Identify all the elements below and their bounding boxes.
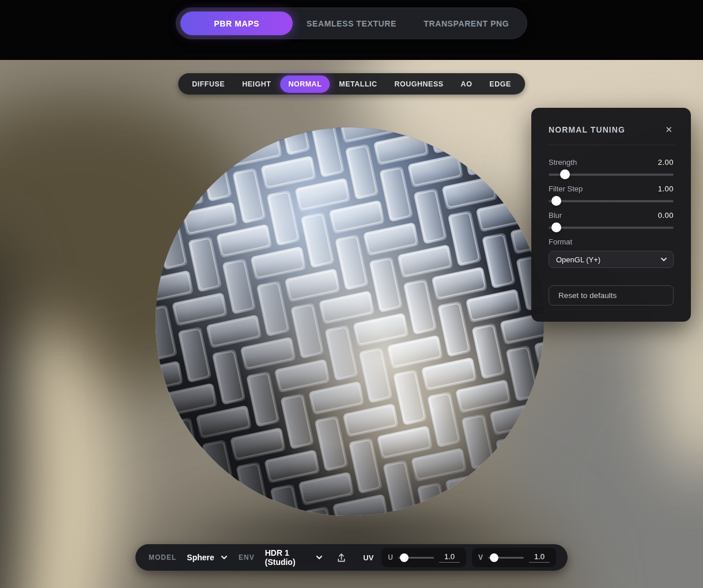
tab-edge[interactable]: EDGE [481,76,519,93]
reset-to-defaults-button[interactable]: Reset to defaults [549,285,674,306]
tab-seamless-texture[interactable]: SEAMLESS TEXTURE [295,12,407,35]
map-type-tabs: DIFFUSE HEIGHT NORMAL METALLIC ROUGHNESS… [178,73,525,95]
blur-control: Blur 0.00 [549,211,674,232]
close-icon[interactable]: ✕ [664,124,674,135]
top-bar: PBR MAPS SEAMLESS TEXTURE TRANSPARENT PN… [0,0,703,60]
tab-pbr-maps[interactable]: PBR MAPS [180,12,293,35]
chevron-down-icon[interactable] [220,553,229,562]
format-label: Format [549,238,674,246]
model-label: MODEL [149,553,176,561]
filter-step-value: 1.00 [658,184,674,193]
upload-hdr-button[interactable] [334,550,349,566]
panel-title: NORMAL TUNING [549,125,625,134]
filter-step-slider[interactable] [549,196,674,206]
strength-label: Strength [549,158,577,167]
upload-icon [336,552,347,563]
tab-height[interactable]: HEIGHT [234,76,279,93]
blur-label: Blur [549,211,562,220]
filter-step-control: Filter Step 1.00 [549,184,674,206]
basket-weave-texture [156,127,544,516]
u-axis-label: U [388,553,393,561]
bottom-control-bar: MODEL Sphere ENV HDR 1 (Studio) UV [135,544,568,571]
v-tiling-slider[interactable] [488,553,524,562]
mode-toggle: PBR MAPS SEAMLESS TEXTURE TRANSPARENT PN… [176,7,527,39]
env-label: ENV [239,553,255,561]
tab-ao[interactable]: AO [453,76,481,93]
env-select[interactable]: HDR 1 (Studio) [265,548,309,567]
uv-label: UV [363,553,373,562]
blur-value: 0.00 [658,211,674,220]
format-select[interactable]: OpenGL (Y+) [549,251,674,268]
u-tiling-slider[interactable] [398,553,434,562]
tab-roughness[interactable]: ROUGHNESS [387,76,452,93]
u-tiling-value-input[interactable] [439,552,460,563]
model-select[interactable]: Sphere [187,553,214,562]
tab-diffuse[interactable]: DIFFUSE [184,76,233,93]
tab-transparent-png[interactable]: TRANSPARENT PNG [410,12,523,35]
tab-normal[interactable]: NORMAL [280,76,330,93]
app-root: PBR MAPS SEAMLESS TEXTURE TRANSPARENT PN… [0,0,703,588]
v-tiling-group: V [472,548,556,567]
viewport-3d[interactable]: DIFFUSE HEIGHT NORMAL METALLIC ROUGHNESS… [0,60,703,588]
blur-slider[interactable] [549,223,674,232]
v-tiling-value-input[interactable] [529,552,550,563]
strength-slider[interactable] [549,169,674,179]
u-tiling-group: U [381,548,466,567]
filter-step-label: Filter Step [549,184,583,193]
v-axis-label: V [478,553,483,561]
strength-control: Strength 2.00 [549,158,674,179]
preview-sphere[interactable] [156,127,544,516]
divider [547,145,675,145]
chevron-down-icon[interactable] [315,553,324,562]
normal-tuning-panel: NORMAL TUNING ✕ Strength 2.00 Filter Ste… [531,108,691,322]
tab-metallic[interactable]: METALLIC [331,76,385,93]
strength-value: 2.00 [658,158,674,167]
